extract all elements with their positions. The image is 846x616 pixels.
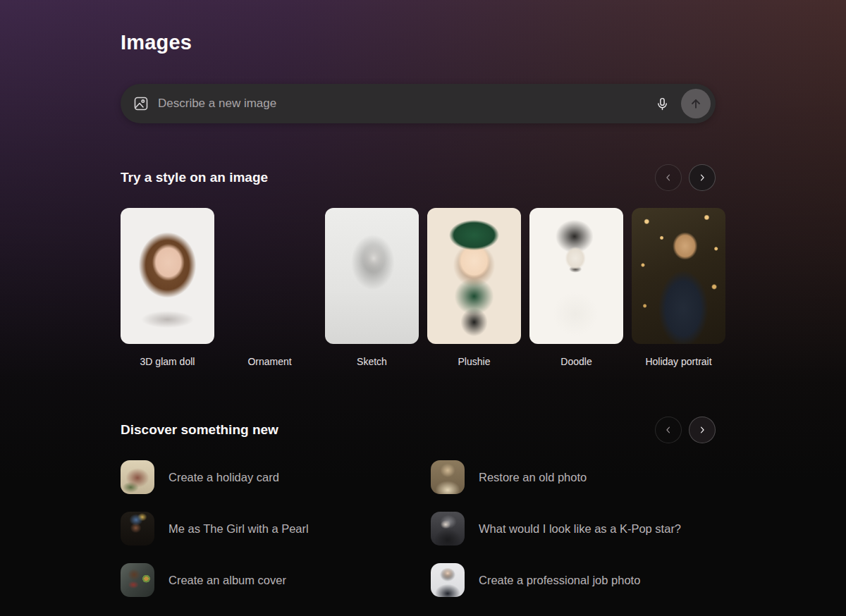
style-card-label: Ornament xyxy=(223,356,317,367)
discover-item-restore-old-photo[interactable]: Restore an old photo xyxy=(431,460,716,494)
discover-thumbnail xyxy=(431,512,465,546)
discover-item-label: Restore an old photo xyxy=(479,471,587,484)
discover-thumbnail xyxy=(431,460,465,494)
styles-prev-button[interactable] xyxy=(655,164,682,191)
discover-section-title: Discover something new xyxy=(121,422,278,438)
style-card-label: Plushie xyxy=(427,356,521,367)
discover-item-holiday-card[interactable]: Create a holiday card xyxy=(121,460,431,494)
discover-item-label: What would I look like as a K-Pop star? xyxy=(479,522,681,536)
style-card-holiday-portrait[interactable]: Holiday portrait xyxy=(632,208,725,367)
discover-thumbnail xyxy=(431,563,465,597)
discover-prev-button[interactable] xyxy=(655,417,682,443)
image-prompt-input[interactable] xyxy=(158,97,651,111)
chevron-left-icon xyxy=(663,425,673,435)
discover-next-button[interactable] xyxy=(689,417,716,443)
style-card-carousel: 3D glam doll Ornament Sketch Plushie Doo… xyxy=(121,208,728,367)
styles-next-button[interactable] xyxy=(689,164,716,191)
style-card-label: 3D glam doll xyxy=(121,356,214,367)
chevron-left-icon xyxy=(663,173,673,183)
image-prompt-bar[interactable] xyxy=(121,84,716,123)
discover-item-label: Create a holiday card xyxy=(168,471,279,484)
style-card-image[interactable] xyxy=(529,208,623,344)
discover-thumbnail xyxy=(121,460,154,494)
style-card-image[interactable] xyxy=(223,208,317,344)
discover-grid: Create a holiday card Restore an old pho… xyxy=(121,460,716,597)
chevron-right-icon xyxy=(697,173,707,183)
style-card-image[interactable] xyxy=(325,208,419,344)
discover-section: Discover something new Create a holiday … xyxy=(121,417,716,597)
discover-item-label: Create an album cover xyxy=(168,574,286,587)
submit-button[interactable] xyxy=(681,89,711,118)
discover-item-girl-with-pearl[interactable]: Me as The Girl with a Pearl xyxy=(121,512,431,546)
style-card-image[interactable] xyxy=(632,208,725,344)
style-card-ornament[interactable]: Ornament xyxy=(223,208,317,367)
chevron-right-icon xyxy=(697,425,707,435)
images-page: Images xyxy=(121,0,716,597)
discover-item-label: Me as The Girl with a Pearl xyxy=(168,522,309,536)
discover-item-label: Create a professional job photo xyxy=(479,574,640,587)
discover-item-album-cover[interactable]: Create an album cover xyxy=(121,563,431,597)
styles-section: Try a style on an image 3D glam doll xyxy=(121,164,716,367)
style-card-label: Sketch xyxy=(325,356,419,367)
page-title: Images xyxy=(121,31,716,54)
discover-thumbnail xyxy=(121,512,154,546)
microphone-icon[interactable] xyxy=(651,92,674,116)
image-icon xyxy=(133,95,149,112)
style-card-label: Doodle xyxy=(529,356,623,367)
style-card-image[interactable] xyxy=(121,208,214,344)
style-card-sketch[interactable]: Sketch xyxy=(325,208,419,367)
discover-item-kpop-star[interactable]: What would I look like as a K-Pop star? xyxy=(431,512,716,546)
styles-section-title: Try a style on an image xyxy=(121,170,268,185)
style-card-doodle[interactable]: Doodle xyxy=(529,208,623,367)
discover-item-professional-job-photo[interactable]: Create a professional job photo xyxy=(431,563,716,597)
style-card-plushie[interactable]: Plushie xyxy=(427,208,521,367)
arrow-up-icon xyxy=(689,97,703,111)
style-card-image[interactable] xyxy=(427,208,521,344)
style-card-3d-glam-doll[interactable]: 3D glam doll xyxy=(121,208,214,367)
style-card-label: Holiday portrait xyxy=(632,356,725,367)
discover-thumbnail xyxy=(121,563,154,597)
